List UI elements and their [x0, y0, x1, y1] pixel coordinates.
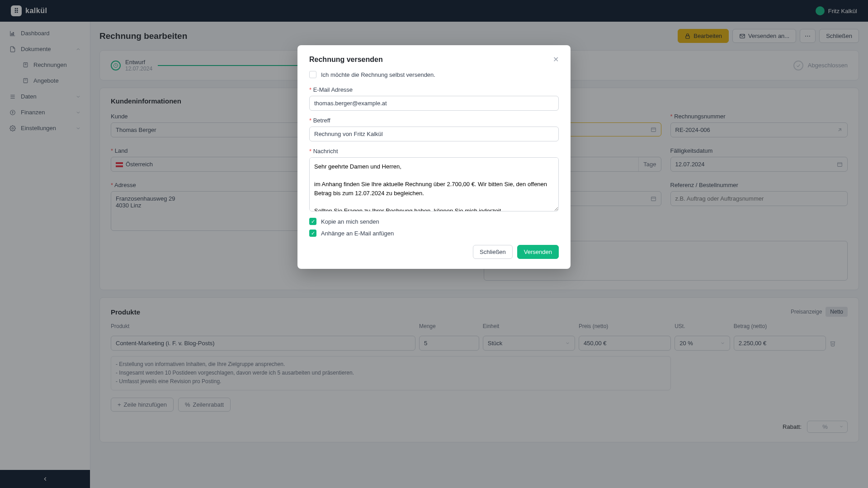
modal-send-button[interactable]: Versenden — [517, 245, 559, 259]
checkbox-label: Ich möchte die Rechnung selbst versenden… — [321, 71, 435, 78]
modal-close-button[interactable]: ✕ — [553, 55, 559, 64]
checkbox-label: Kopie an mich senden — [321, 218, 379, 225]
checkbox-kopie[interactable]: ✓ — [309, 218, 316, 225]
close-icon: ✕ — [553, 56, 559, 63]
textarea-nachricht[interactable] — [309, 157, 559, 211]
checkbox-anhaenge[interactable]: ✓ — [309, 230, 316, 237]
label-email: E-Mail Adresse — [309, 86, 559, 93]
label-nachricht: Nachricht — [309, 148, 559, 155]
modal-overlay[interactable]: Rechnung versenden ✕ Ich möchte die Rech… — [0, 0, 868, 488]
checkbox-label: Anhänge an E-Mail anfügen — [321, 230, 394, 237]
input-email[interactable] — [309, 96, 559, 111]
modal-close-button-2[interactable]: Schließen — [473, 245, 513, 259]
modal-title: Rechnung versenden — [309, 56, 383, 64]
send-invoice-modal: Rechnung versenden ✕ Ich möchte die Rech… — [297, 45, 571, 269]
label-betreff: Betreff — [309, 117, 559, 124]
input-betreff[interactable] — [309, 127, 559, 141]
checkbox-self-send[interactable] — [309, 71, 316, 78]
